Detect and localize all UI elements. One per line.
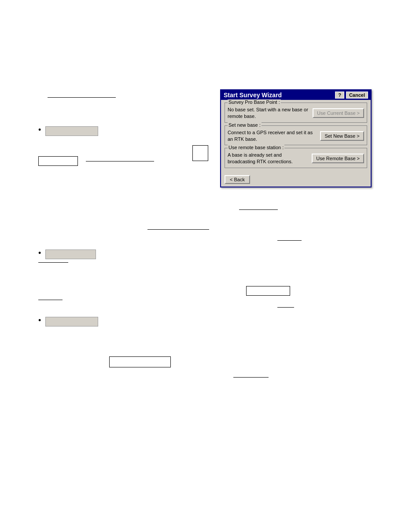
box-outline-2 [38, 156, 78, 167]
small-box-near-dialog [192, 145, 208, 162]
set-new-base-section-label: Set new base : [228, 122, 262, 128]
box-outline-3 [246, 286, 290, 297]
start-survey-wizard-dialog: Start Survey Wizard ? Cancel Survey Pro … [220, 89, 372, 187]
use-current-base-button[interactable]: Use Current Base > [313, 108, 364, 118]
set-new-base-section-text: Connect to a GPS receiver and set it as … [228, 129, 317, 143]
dialog-title-buttons: ? Cancel [335, 92, 368, 99]
use-remote-base-button[interactable]: Use Remote Base > [312, 154, 364, 163]
decorative-underline-8 [277, 307, 294, 308]
remote-base-section: Use remote base station : A base is alre… [225, 148, 367, 168]
box-outline-4 [109, 356, 171, 369]
decorative-underline-7 [38, 299, 63, 300]
decorative-underline-4 [147, 229, 209, 230]
dialog-titlebar: Start Survey Wizard ? Cancel [221, 90, 371, 100]
dialog-footer: < Back [221, 173, 371, 187]
decorative-underline-9 [233, 377, 269, 378]
remote-base-section-text: A base is already set and broadcasting R… [228, 152, 308, 165]
bullet-box-2: • [38, 249, 96, 259]
decorative-underline-3 [239, 209, 278, 210]
set-new-base-section-content: Connect to a GPS receiver and set it as … [228, 129, 364, 143]
help-button[interactable]: ? [335, 92, 344, 99]
remote-base-section-label: Use remote base station : [228, 145, 284, 150]
dialog-body: Survey Pro Base Point : No base set. Sta… [221, 100, 371, 173]
bullet-box-3: • [38, 316, 98, 327]
bullet-box-1: • [38, 125, 98, 136]
back-button[interactable]: < Back [225, 175, 250, 184]
decorative-underline-6 [38, 262, 68, 263]
decorative-underline-1 [48, 97, 116, 98]
set-new-base-section: Set new base : Connect to a GPS receiver… [225, 125, 367, 146]
base-point-section-label: Survey Pro Base Point : [228, 99, 281, 105]
dialog-title: Start Survey Wizard [224, 92, 282, 99]
base-point-section-content: No base set. Start with a new base or re… [228, 106, 364, 120]
base-point-section-text: No base set. Start with a new base or re… [228, 106, 309, 120]
base-point-section: Survey Pro Base Point : No base set. Sta… [225, 103, 367, 123]
remote-base-section-content: A base is already set and broadcasting R… [228, 152, 364, 165]
decorative-underline-2 [86, 161, 154, 161]
decorative-underline-5 [277, 240, 302, 241]
set-new-base-button[interactable]: Set New Base > [320, 131, 364, 141]
cancel-button[interactable]: Cancel [346, 92, 368, 99]
